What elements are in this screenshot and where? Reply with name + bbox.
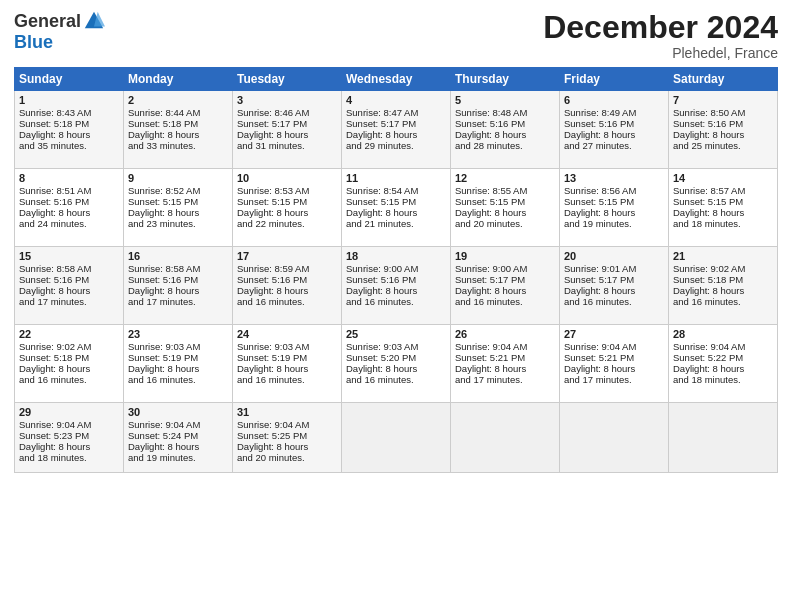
day-info: Daylight: 8 hours [346,129,446,140]
day-info: Daylight: 8 hours [237,441,337,452]
day-info: Daylight: 8 hours [455,285,555,296]
day-info: Sunrise: 9:04 AM [237,419,337,430]
day-info: Daylight: 8 hours [673,363,773,374]
day-info: and 16 minutes. [346,296,446,307]
day-number: 29 [19,406,119,418]
day-info: Daylight: 8 hours [346,363,446,374]
table-row: 3Sunrise: 8:46 AMSunset: 5:17 PMDaylight… [233,91,342,169]
day-info: Sunset: 5:17 PM [564,274,664,285]
calendar-week-row: 8Sunrise: 8:51 AMSunset: 5:16 PMDaylight… [15,169,778,247]
table-row: 16Sunrise: 8:58 AMSunset: 5:16 PMDayligh… [124,247,233,325]
table-row: 7Sunrise: 8:50 AMSunset: 5:16 PMDaylight… [669,91,778,169]
day-info: Sunset: 5:24 PM [128,430,228,441]
table-row: 10Sunrise: 8:53 AMSunset: 5:15 PMDayligh… [233,169,342,247]
day-number: 4 [346,94,446,106]
table-row: 5Sunrise: 8:48 AMSunset: 5:16 PMDaylight… [451,91,560,169]
day-info: and 17 minutes. [128,296,228,307]
day-info: Sunrise: 8:53 AM [237,185,337,196]
table-row: 15Sunrise: 8:58 AMSunset: 5:16 PMDayligh… [15,247,124,325]
day-info: Sunset: 5:23 PM [19,430,119,441]
day-info: Daylight: 8 hours [673,129,773,140]
logo: General Blue [14,10,105,53]
day-info: Sunrise: 9:03 AM [237,341,337,352]
day-info: Sunset: 5:16 PM [455,118,555,129]
day-info: and 16 minutes. [673,296,773,307]
day-info: Daylight: 8 hours [455,129,555,140]
day-info: Sunrise: 8:43 AM [19,107,119,118]
day-number: 3 [237,94,337,106]
day-info: Daylight: 8 hours [455,207,555,218]
day-info: and 28 minutes. [455,140,555,151]
day-info: Sunset: 5:25 PM [237,430,337,441]
day-number: 15 [19,250,119,262]
day-info: and 19 minutes. [128,452,228,463]
day-number: 30 [128,406,228,418]
day-info: and 19 minutes. [564,218,664,229]
col-monday: Monday [124,68,233,91]
day-info: Sunset: 5:16 PM [19,274,119,285]
day-info: and 24 minutes. [19,218,119,229]
day-info: Sunset: 5:19 PM [128,352,228,363]
day-info: and 21 minutes. [346,218,446,229]
day-info: Sunset: 5:15 PM [455,196,555,207]
calendar-week-row: 1Sunrise: 8:43 AMSunset: 5:18 PMDaylight… [15,91,778,169]
day-info: Daylight: 8 hours [19,285,119,296]
day-info: Daylight: 8 hours [19,207,119,218]
table-row: 19Sunrise: 9:00 AMSunset: 5:17 PMDayligh… [451,247,560,325]
day-info: Sunset: 5:16 PM [346,274,446,285]
day-info: Sunrise: 8:47 AM [346,107,446,118]
day-info: and 18 minutes. [673,218,773,229]
day-info: Sunset: 5:15 PM [128,196,228,207]
col-friday: Friday [560,68,669,91]
day-info: Sunrise: 9:02 AM [19,341,119,352]
day-info: Daylight: 8 hours [564,129,664,140]
day-info: Sunrise: 9:04 AM [455,341,555,352]
day-info: and 18 minutes. [673,374,773,385]
day-number: 12 [455,172,555,184]
col-thursday: Thursday [451,68,560,91]
day-info: Daylight: 8 hours [455,363,555,374]
day-info: Daylight: 8 hours [237,207,337,218]
day-info: Sunset: 5:19 PM [237,352,337,363]
day-info: and 31 minutes. [237,140,337,151]
day-info: Sunrise: 9:04 AM [128,419,228,430]
day-info: Sunrise: 8:57 AM [673,185,773,196]
day-info: Sunrise: 9:01 AM [564,263,664,274]
table-row: 25Sunrise: 9:03 AMSunset: 5:20 PMDayligh… [342,325,451,403]
title-block: December 2024 Plehedel, France [543,10,778,61]
day-info: Sunset: 5:20 PM [346,352,446,363]
table-row: 29Sunrise: 9:04 AMSunset: 5:23 PMDayligh… [15,403,124,473]
table-row: 14Sunrise: 8:57 AMSunset: 5:15 PMDayligh… [669,169,778,247]
table-row: 8Sunrise: 8:51 AMSunset: 5:16 PMDaylight… [15,169,124,247]
day-info: Daylight: 8 hours [237,129,337,140]
day-number: 1 [19,94,119,106]
day-info: Sunrise: 8:54 AM [346,185,446,196]
col-tuesday: Tuesday [233,68,342,91]
day-info: Sunrise: 8:59 AM [237,263,337,274]
day-info: Sunset: 5:18 PM [19,352,119,363]
day-info: and 16 minutes. [237,296,337,307]
day-info: Daylight: 8 hours [128,441,228,452]
day-info: and 16 minutes. [19,374,119,385]
day-number: 22 [19,328,119,340]
table-row: 1Sunrise: 8:43 AMSunset: 5:18 PMDaylight… [15,91,124,169]
day-info: Daylight: 8 hours [237,285,337,296]
day-number: 18 [346,250,446,262]
day-info: Sunrise: 8:44 AM [128,107,228,118]
col-wednesday: Wednesday [342,68,451,91]
day-info: Daylight: 8 hours [346,207,446,218]
table-row: 22Sunrise: 9:02 AMSunset: 5:18 PMDayligh… [15,325,124,403]
day-info: Daylight: 8 hours [237,363,337,374]
table-row: 23Sunrise: 9:03 AMSunset: 5:19 PMDayligh… [124,325,233,403]
day-number: 23 [128,328,228,340]
table-row: 20Sunrise: 9:01 AMSunset: 5:17 PMDayligh… [560,247,669,325]
day-info: Sunset: 5:17 PM [455,274,555,285]
table-row: 30Sunrise: 9:04 AMSunset: 5:24 PMDayligh… [124,403,233,473]
col-sunday: Sunday [15,68,124,91]
day-info: Daylight: 8 hours [673,207,773,218]
calendar-week-row: 22Sunrise: 9:02 AMSunset: 5:18 PMDayligh… [15,325,778,403]
day-info: Daylight: 8 hours [128,285,228,296]
day-info: Sunrise: 8:55 AM [455,185,555,196]
day-info: Sunrise: 9:02 AM [673,263,773,274]
month-title: December 2024 [543,10,778,45]
